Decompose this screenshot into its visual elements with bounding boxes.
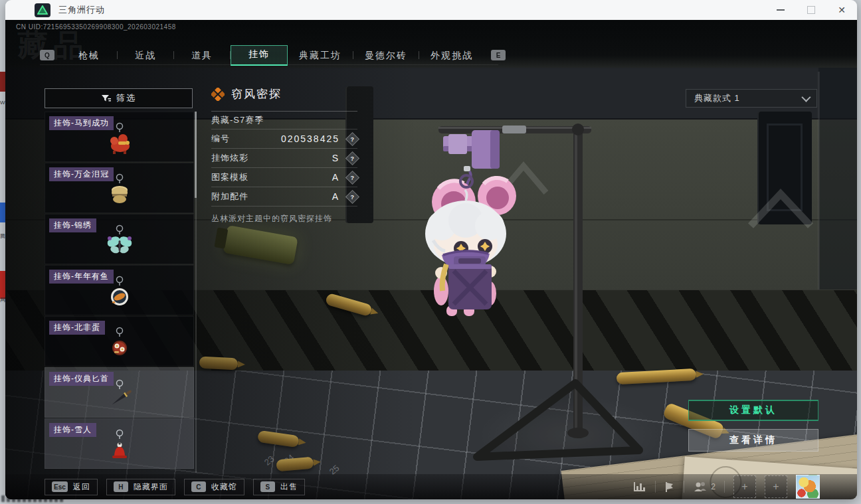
help-icon[interactable]: ? (345, 189, 359, 203)
charm-list-item[interactable]: 挂饰-锦绣 (45, 214, 194, 264)
minimize-icon (777, 9, 785, 11)
tab-charms[interactable]: 挂饰 (231, 45, 288, 66)
shortcut-hide-ui[interactable]: H 隐藏界面 (106, 479, 175, 495)
season-row: 典藏-S7赛季 (211, 112, 357, 129)
style-dropdown-value: 典藏款式 1 (694, 92, 740, 104)
avatar-sticker[interactable] (796, 475, 820, 499)
desktop-icon-fragment (0, 72, 5, 92)
crate-edge-highlight (818, 72, 820, 291)
desktop-icon-label: W (0, 100, 5, 106)
charm-description: 丛林派对主题中的窃风密探挂饰 (211, 213, 357, 224)
charm-rarity-icon (211, 88, 225, 101)
tab-mandel-brick[interactable]: 曼德尔砖 (353, 46, 419, 64)
maximize-button[interactable] (796, 0, 826, 20)
set-default-button[interactable]: 设置默认 (688, 400, 818, 421)
tab-collection-workshop[interactable]: 典藏工坊 (288, 46, 353, 64)
charm-list-item[interactable]: 挂饰-万金泪冠 (45, 163, 194, 213)
icon-separator (684, 481, 684, 493)
view-details-button[interactable]: 查看详情 (688, 429, 818, 452)
close-icon: ✕ (838, 5, 846, 15)
filter-icon (101, 94, 111, 103)
shortcut-sell[interactable]: S 出售 (253, 479, 305, 495)
help-icon[interactable]: ? (345, 170, 359, 184)
charm-title-row: 窃风密探 (211, 86, 357, 112)
tab-props[interactable]: 道具 (174, 46, 230, 64)
desktop-icon-label: 网 (0, 296, 5, 303)
shortcut-group: Esc 返回 H 隐藏界面 C 收藏馆 S 出售 (45, 479, 305, 495)
sidebar-scrollbar-thumb[interactable] (195, 112, 197, 198)
style-dropdown[interactable]: 典藏款式 1 (686, 89, 817, 108)
charm-figure (425, 175, 516, 316)
item-thumbnail (101, 172, 138, 208)
desktop-icon-fragment (0, 271, 5, 299)
key-hint-e[interactable]: E (491, 50, 506, 60)
minimize-button[interactable] (765, 0, 796, 20)
invite-slot-button[interactable]: + (733, 475, 756, 498)
item-thumbnail (101, 274, 138, 310)
item-label: 挂饰-锦绣 (49, 218, 96, 232)
charm-list-item[interactable]: 挂饰-北非蛋 (45, 316, 194, 367)
tab-appearance-challenge[interactable]: 外观挑战 (419, 46, 484, 64)
detail-row-colorway: 挂饰炫彩 S ? (211, 149, 357, 168)
charm-detail-panel: 窃风密探 典藏-S7赛季 编号 020538425 ? 挂饰炫彩 S ? 图案模… (211, 86, 357, 224)
key-hint-q[interactable]: Q (40, 50, 54, 60)
screen: W 腾 网 三角洲行动 ✕ (0, 0, 861, 504)
item-label: 挂饰-雪人 (49, 423, 96, 437)
charm-display-stand[interactable] (385, 120, 664, 481)
invite-slot-button[interactable]: + (765, 475, 787, 498)
item-thumbnail (101, 121, 138, 157)
item-label: 挂饰-北非蛋 (49, 321, 105, 335)
help-icon[interactable]: ? (345, 131, 359, 145)
crate-chevron-mark (744, 187, 817, 230)
item-thumbnail (101, 325, 138, 361)
flag-icon[interactable] (664, 481, 675, 493)
detail-row-pattern: 图案模板 A ? (211, 168, 357, 187)
window-controls: ✕ (765, 0, 857, 20)
crate-right-panel (818, 68, 857, 294)
stats-icon[interactable] (633, 481, 646, 492)
icon-separator (655, 481, 656, 493)
item-thumbnail (101, 377, 138, 412)
charm-list-item[interactable]: 挂饰-年年有鱼 (45, 265, 194, 315)
app-window: 三角洲行动 ✕ (5, 0, 857, 499)
chevron-down-icon (801, 93, 811, 102)
filter-label: 筛选 (116, 92, 136, 104)
help-icon[interactable]: ? (345, 151, 359, 165)
bottom-bar: Esc 返回 H 隐藏界面 C 收藏馆 S 出售 (5, 474, 857, 499)
account-uid: CN UID:72156953350269908300_202603021458 (16, 23, 176, 31)
desktop-icon-label: 腾 (0, 232, 5, 240)
title-bar: 三角洲行动 ✕ (5, 0, 857, 20)
team-count: 2 (711, 482, 716, 491)
desktop-edge: W 腾 网 (0, 0, 5, 504)
close-button[interactable]: ✕ (826, 0, 857, 20)
tab-guns[interactable]: 枪械 (61, 46, 117, 64)
charm-list-item[interactable]: 挂饰-马到成功 (45, 112, 194, 162)
app-logo-icon (35, 3, 50, 17)
icon-separator (724, 481, 725, 493)
shortcut-collection-hall[interactable]: C 收藏馆 (184, 479, 244, 495)
charm-name: 窃风密探 (231, 86, 282, 102)
filter-button[interactable]: 筛选 (45, 88, 193, 108)
charm-list-item[interactable]: 挂饰-雪人 (45, 418, 194, 469)
detail-row-accessory: 附加配件 A ? (211, 187, 357, 207)
game-content: 23 24 25 (5, 20, 857, 499)
item-thumbnail (101, 428, 138, 463)
shortcut-back[interactable]: Esc 返回 (45, 479, 98, 495)
item-thumbnail (101, 223, 138, 259)
tabbar-underline (40, 64, 498, 65)
window-title: 三角洲行动 (58, 4, 105, 16)
detail-row-serial: 编号 020538425 ? (211, 129, 357, 149)
charm-list-item[interactable]: 挂饰-仪典匕首 (45, 367, 194, 418)
maximize-icon (807, 6, 815, 14)
desktop-icon-fragment (0, 203, 5, 222)
category-tabbar: Q 枪械 近战 道具 挂饰 典藏工坊 曼德尔砖 外观挑战 E (40, 45, 506, 65)
tab-melee[interactable]: 近战 (118, 46, 173, 64)
social-icon-group: 2 + + (633, 475, 820, 499)
clamp (443, 130, 500, 181)
team-icon[interactable]: 2 (693, 481, 716, 492)
